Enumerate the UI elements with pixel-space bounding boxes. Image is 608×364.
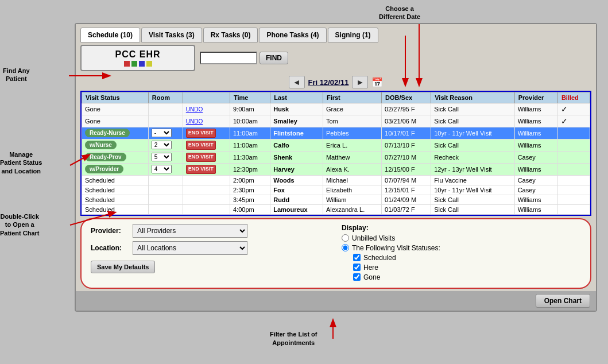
main-container: Schedule (10) Visit Tasks (3) Rx Tasks (…	[75, 23, 597, 312]
scheduled-checkbox[interactable]	[353, 254, 361, 261]
schedule-table: Visit Status Room Time Last First DOB/Se…	[82, 92, 590, 215]
location-select[interactable]: All Locations	[133, 241, 247, 255]
end-visit-button[interactable]: END VISIT	[186, 129, 216, 138]
scheduled-label: Scheduled	[363, 254, 396, 262]
room-cell	[148, 204, 183, 214]
time-cell: 11:00am	[230, 139, 270, 151]
table-row[interactable]: Scheduled2:00pmWoodsMichael07/07/94 MFlu…	[82, 175, 590, 185]
first-name-cell: William	[323, 195, 381, 204]
table-row[interactable]: w/Provider4END VISIT12:30pmHarveyAlexa K…	[82, 163, 590, 175]
status-badge: w/Provider	[85, 165, 123, 173]
here-checkbox[interactable]	[353, 264, 361, 271]
table-row[interactable]: w/Nurse2END VISIT11:00amCalfoErica L.07/…	[82, 139, 590, 151]
reason-cell: Sick Call	[431, 195, 514, 204]
date-display[interactable]: Fri 12/02/11	[308, 78, 349, 87]
tab-visit-tasks[interactable]: Visit Tasks (3)	[141, 28, 202, 42]
time-cell: 12:30pm	[230, 163, 270, 175]
following-radio-row: The Following Visit Statuses:	[342, 244, 581, 252]
extra-cell	[183, 175, 230, 185]
header-dob: DOB/Sex	[382, 92, 431, 103]
table-row[interactable]: Scheduled3:45pmRuddWilliam01/24/09 MSick…	[82, 195, 590, 204]
logo-sq-red	[124, 61, 130, 67]
end-visit-button[interactable]: END VISIT	[186, 165, 216, 174]
billed-cell	[557, 195, 590, 204]
status-badge: Ready-Nurse	[85, 129, 130, 137]
time-cell: 9:00am	[230, 103, 270, 115]
find-patient-annotation: Find Any Patient	[3, 67, 30, 83]
undo-link[interactable]: UNDO	[186, 106, 203, 113]
billed-cell	[557, 163, 590, 175]
calendar-icon[interactable]: 📅	[371, 77, 383, 88]
last-name-cell: Rudd	[270, 195, 323, 204]
provider-cell: Williams	[514, 139, 557, 151]
billed-cell	[557, 185, 590, 195]
room-select[interactable]: 2	[152, 141, 172, 149]
reason-cell: 10yr - 11yr Well Visit	[431, 185, 514, 195]
prev-date-button[interactable]: ◄	[289, 76, 305, 88]
filter-right: Display: Unbilled Visits The Following V…	[330, 224, 581, 283]
billed-cell	[557, 175, 590, 185]
display-title: Display:	[342, 224, 581, 232]
here-label: Here	[363, 264, 378, 272]
header-room: Room	[148, 92, 183, 103]
tab-signing[interactable]: Signing (1)	[328, 28, 378, 42]
room-select[interactable]: 4	[152, 165, 172, 173]
table-row[interactable]: Scheduled2:30pmFoxElizabeth12/15/01 F10y…	[82, 185, 590, 195]
unbilled-radio-row: Unbilled Visits	[342, 234, 581, 242]
undo-link[interactable]: UNDO	[186, 118, 203, 125]
dob-cell: 07/27/10 M	[382, 151, 431, 163]
dob-cell: 03/21/06 M	[382, 115, 431, 127]
provider-select[interactable]: All Providers	[133, 224, 247, 238]
search-input[interactable]	[200, 52, 257, 64]
last-name-cell: Harvey	[270, 163, 323, 175]
table-row[interactable]: GoneUNDO9:00amHuskGrace02/27/95 FSick Ca…	[82, 103, 590, 115]
header-row: PCC EHR FIND	[76, 42, 596, 73]
extra-cell	[183, 195, 230, 204]
following-radio[interactable]	[342, 244, 349, 251]
last-name-cell: Husk	[270, 103, 323, 115]
end-visit-button[interactable]: END VISIT	[186, 141, 216, 150]
extra-cell	[183, 185, 230, 195]
logo-squares	[88, 61, 187, 67]
billed-cell	[557, 204, 590, 214]
time-cell: 2:30pm	[230, 185, 270, 195]
end-visit-button[interactable]: END VISIT	[186, 153, 216, 162]
unbilled-label: Unbilled Visits	[352, 234, 395, 242]
tab-schedule[interactable]: Schedule (10)	[80, 28, 140, 42]
last-name-cell: Lamoureux	[270, 204, 323, 214]
dob-cell: 12/15/00 F	[382, 163, 431, 175]
gone-checkbox[interactable]	[353, 273, 361, 281]
reason-cell: Sick Call	[431, 204, 514, 214]
provider-cell: Williams	[514, 195, 557, 204]
extra-cell: UNDO	[183, 103, 230, 115]
room-select[interactable]: 5	[152, 153, 172, 161]
provider-label: Provider:	[91, 227, 128, 235]
find-button[interactable]: FIND	[260, 52, 288, 64]
next-date-button[interactable]: ►	[352, 76, 368, 88]
extra-cell	[183, 204, 230, 214]
status-badge: Ready-Prov	[85, 153, 126, 161]
table-row[interactable]: Ready-Nurse-END VISIT11:00amFlintstonePe…	[82, 127, 590, 140]
table-row[interactable]: Scheduled4:00pmLamoureuxAlexzandra L.01/…	[82, 204, 590, 214]
first-name-cell: Erica L.	[323, 139, 381, 151]
tab-rx-tasks[interactable]: Rx Tasks (0)	[203, 28, 258, 42]
choose-date-annotation: Choose a Different Date	[379, 5, 420, 21]
dob-cell: 12/15/01 F	[382, 185, 431, 195]
unbilled-radio[interactable]	[342, 234, 349, 242]
time-cell: 2:00pm	[230, 175, 270, 185]
following-label: The Following Visit Statuses:	[352, 244, 440, 252]
header-billed: Billed	[557, 92, 590, 103]
open-chart-button[interactable]: Open Chart	[536, 294, 590, 308]
room-select[interactable]: -	[152, 129, 172, 137]
visit-status-cell: w/Provider	[82, 163, 149, 175]
logo-sq-green	[131, 61, 137, 67]
table-row[interactable]: GoneUNDO10:00amSmalleyTom03/21/06 MSick …	[82, 115, 590, 127]
visit-status-cell: Ready-Prov	[82, 151, 149, 163]
filter-section: Provider: All Providers Location: All Lo…	[80, 218, 591, 289]
save-defaults-button[interactable]: Save My Defaults	[91, 261, 155, 273]
header-provider: Provider	[514, 92, 557, 103]
tab-phone-tasks[interactable]: Phone Tasks (4)	[259, 28, 326, 42]
last-name-cell: Flintstone	[270, 127, 323, 140]
table-row[interactable]: Ready-Prov5END VISIT11:30amShenkMatthew0…	[82, 151, 590, 163]
room-cell	[148, 103, 183, 115]
